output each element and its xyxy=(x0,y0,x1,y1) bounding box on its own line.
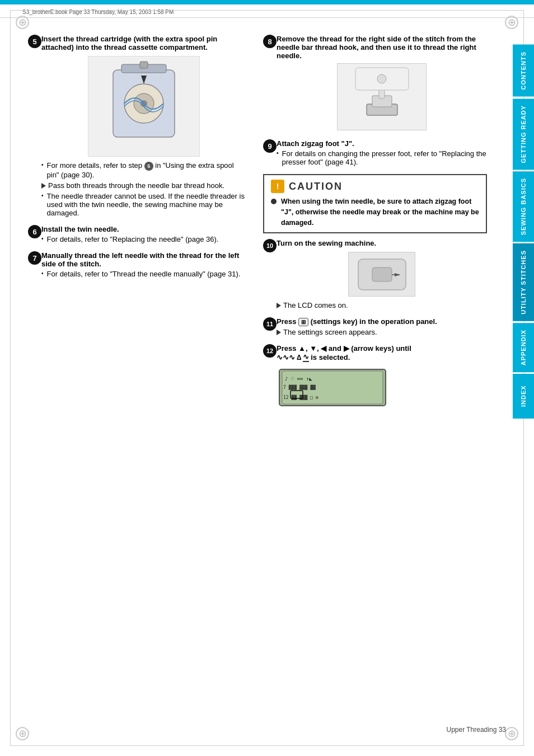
svg-rect-6 xyxy=(140,62,148,68)
step-7-content: Manually thread the left needle with the… xyxy=(41,251,246,280)
sidebar-tab-getting-ready[interactable]: GETTING READY xyxy=(513,98,534,170)
step-10-number: 10 xyxy=(263,239,277,252)
step-7-number: 7 xyxy=(28,251,41,265)
step-11-arrow-1: The settings screen appears. xyxy=(277,328,487,336)
spool-image xyxy=(88,56,200,157)
step-6-content: Install the twin needle. • For details, … xyxy=(41,225,246,246)
sidebar-tab-appendix[interactable]: APPENDIX xyxy=(513,323,534,372)
step-10-content: Turn on the sewing machine. The LCD come… xyxy=(277,239,487,312)
lcd-display-container: ♪ ♡ ∞∞ ↑◣ 7 ▓▓▓ ▓▓▓ ▓▓ 12 ▓▓ ▓▓▓ □ ⚙ xyxy=(277,367,487,410)
step-9-row: 9 Attach zigzag foot "J". • For details … xyxy=(263,139,487,168)
caution-title: CAUTION xyxy=(289,181,343,192)
step-8-title: Remove the thread for the right side of … xyxy=(277,35,487,60)
spool-svg xyxy=(91,59,197,154)
power-image xyxy=(348,252,415,297)
sidebar-tab-utility-stitches[interactable]: UTILITY STITCHES xyxy=(513,243,534,321)
step-7-title: Manually thread the left needle with the… xyxy=(41,251,246,268)
step-9-title: Attach zigzag foot "J". xyxy=(277,139,487,148)
caution-box: ! CAUTION When using the twin needle, be… xyxy=(263,174,487,233)
sidebar-tab-index[interactable]: INDEX xyxy=(513,374,534,419)
corner-mark-tr xyxy=(505,16,518,29)
ref-5: 5 xyxy=(144,162,153,171)
page-header: S3_brotherE.book Page 33 Thursday, May 1… xyxy=(0,4,534,18)
step-8-number: 8 xyxy=(263,35,277,48)
step-6-row: 6 Install the twin needle. • For details… xyxy=(28,225,246,246)
step-5-title: Insert the thread cartridge (with the ex… xyxy=(41,35,246,51)
step-8-content: Remove the thread for the right side of … xyxy=(277,35,487,134)
power-svg xyxy=(350,253,414,295)
svg-point-13 xyxy=(377,74,386,83)
step-8-row: 8 Remove the thread for the right side o… xyxy=(263,35,487,134)
caution-body: When using the twin needle, be sure to a… xyxy=(271,196,479,228)
step-10-row: 10 Turn on the sewing machine. xyxy=(263,239,487,312)
step-6-bullet-1: • For details, refer to "Replacing the n… xyxy=(41,235,246,243)
right-column: 8 Remove the thread for the right side o… xyxy=(257,29,498,426)
step-9-content: Attach zigzag foot "J". • For details on… xyxy=(277,139,487,168)
step-11-number: 11 xyxy=(263,317,277,331)
svg-text:12 ▓▓ ▓▓▓  □  ⚙: 12 ▓▓ ▓▓▓ □ ⚙ xyxy=(283,395,318,400)
corner-mark-tl xyxy=(16,16,29,29)
main-content: 5 Insert the thread cartridge (with the … xyxy=(0,18,534,437)
step-11-row: 11 Press ⊞ (settings key) in the operati… xyxy=(263,317,487,339)
svg-rect-15 xyxy=(372,267,392,281)
step-5-content: Insert the thread cartridge (with the ex… xyxy=(41,35,246,219)
step-9-number: 9 xyxy=(263,139,277,153)
step-11-title: Press ⊞ (settings key) in the operation … xyxy=(277,317,487,326)
step-10-title: Turn on the sewing machine. xyxy=(277,239,487,247)
step-5-row: 5 Insert the thread cartridge (with the … xyxy=(28,35,246,219)
needle-bar-image xyxy=(337,63,427,130)
sidebar-tab-sewing-basics[interactable]: SEWING BASICS xyxy=(513,171,534,242)
caution-text: When using the twin needle, be sure to a… xyxy=(281,196,479,228)
arrow-icon-1 xyxy=(41,183,46,189)
step-6-number: 6 xyxy=(28,225,41,238)
caution-header: ! CAUTION xyxy=(271,180,479,193)
top-cyan-bar xyxy=(0,0,534,4)
svg-text:♪  ♡  ∞∞  ↑◣: ♪ ♡ ∞∞ ↑◣ xyxy=(285,376,312,382)
step-5-arrow-1: Pass both threads through the needle bar… xyxy=(41,181,246,190)
sidebar-tab-contents[interactable]: CONTENTS xyxy=(513,45,534,97)
arrow-icon-3 xyxy=(277,330,281,335)
svg-text:7  ▓▓▓  ▓▓▓  ▓▓: 7 ▓▓▓ ▓▓▓ ▓▓ xyxy=(283,384,316,390)
step-12-row: 12 Press ▲, ▼, ◀ and ▶ (arrow keys) unti… xyxy=(263,344,487,415)
step-6-title: Install the twin needle. xyxy=(41,225,246,233)
step-12-title: Press ▲, ▼, ◀ and ▶ (arrow keys) until ∿… xyxy=(277,344,487,362)
needle-svg xyxy=(339,65,425,129)
step-12-number: 12 xyxy=(263,344,277,358)
caution-icon: ! xyxy=(271,180,284,193)
step-9-bullet-1: • For details on changing the presser fo… xyxy=(277,149,487,166)
corner-mark-bl xyxy=(16,727,29,740)
step-11-content: Press ⊞ (settings key) in the operation … xyxy=(277,317,487,339)
step-5-note-1: • The needle threader cannot be used. If… xyxy=(41,192,246,217)
step-5-bullet-1: • For more details, refer to step 5 in "… xyxy=(41,161,246,179)
left-column: 5 Insert the thread cartridge (with the … xyxy=(0,29,257,426)
sidebar-tabs: CONTENTS GETTING READY SEWING BASICS UTI… xyxy=(513,45,534,419)
step-7-row: 7 Manually thread the left needle with t… xyxy=(28,251,246,280)
step-12-content: Press ▲, ▼, ◀ and ▶ (arrow keys) until ∿… xyxy=(277,344,487,415)
step-7-bullet-1: • For details, refer to "Thread the need… xyxy=(41,270,246,278)
settings-key-icon: ⊞ xyxy=(298,318,308,326)
step-5-number: 5 xyxy=(28,35,41,48)
lcd-svg: ♪ ♡ ∞∞ ↑◣ 7 ▓▓▓ ▓▓▓ ▓▓ 12 ▓▓ ▓▓▓ □ ⚙ xyxy=(277,367,388,408)
footer-page-label: Upper Threading 33 xyxy=(446,726,506,734)
page-footer: Upper Threading 33 xyxy=(446,726,506,734)
step-10-arrow-1: The LCD comes on. xyxy=(277,301,487,309)
caution-bullet-dot xyxy=(271,199,277,204)
header-text: S3_brotherE.book Page 33 Thursday, May 1… xyxy=(22,9,174,15)
arrow-icon-2 xyxy=(277,303,281,308)
corner-mark-br xyxy=(505,727,518,740)
